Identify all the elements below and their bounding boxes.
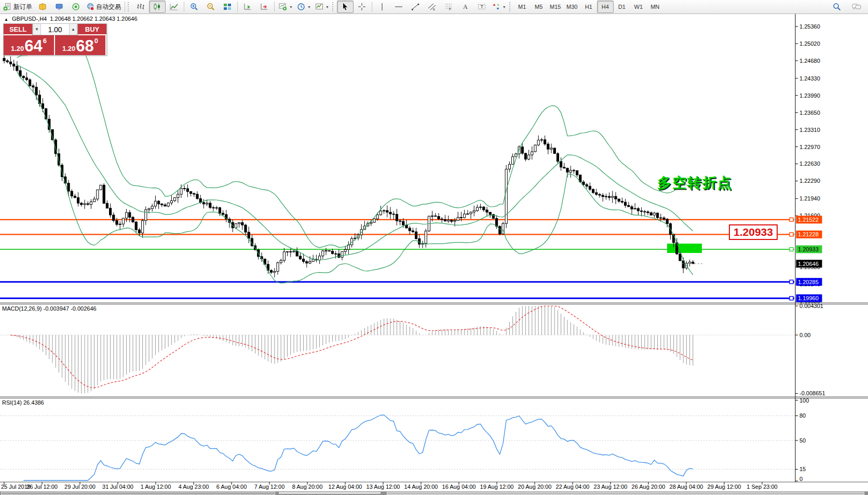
trendline-icon (411, 3, 419, 11)
new-order-button[interactable]: 新订单 (1, 1, 34, 13)
scrollbar-segment[interactable] (1, 492, 275, 495)
strategy-button[interactable] (67, 1, 84, 13)
timeframe-h1-button[interactable]: H1 (580, 1, 597, 13)
vline-icon (378, 3, 386, 11)
bollinger-band-line (17, 72, 693, 283)
button-label: 新订单 (13, 3, 32, 11)
candlestick-button[interactable] (149, 1, 166, 13)
time-tick-label: 14 Aug 20:00 (404, 484, 438, 490)
text-a-button[interactable]: A (457, 1, 473, 13)
sell-button[interactable]: SELL (4, 24, 32, 35)
search-button[interactable] (829, 1, 845, 13)
equichannel-button[interactable]: E (424, 1, 440, 13)
chart-canvas[interactable]: 1.253601.250201.246801.243301.239901.236… (0, 0, 868, 495)
buy-price-big: 68 (76, 37, 93, 55)
volume-stepper: ▼ ▲ (32, 24, 78, 35)
equichannel-icon: E (428, 3, 436, 11)
annotation-price-box[interactable]: 1.20933 (729, 224, 778, 240)
period-clock-button[interactable]: ▼ (295, 1, 313, 13)
scrollbar-segment[interactable] (387, 492, 864, 495)
price-tick-label: 1.25020 (799, 41, 820, 47)
timeframe-d1-button[interactable]: D1 (614, 1, 630, 13)
zoom-out-button[interactable] (202, 1, 219, 13)
volume-increase-button[interactable]: ▲ (69, 24, 77, 35)
svg-text:T: T (480, 4, 483, 9)
time-tick-label: 8 Aug 20:00 (292, 484, 323, 490)
ohlc-high: 1.20662 (72, 16, 93, 22)
timeframe-m15-button[interactable]: M15 (547, 1, 564, 13)
terminal-button[interactable] (51, 1, 67, 13)
buy-button[interactable]: BUY (78, 24, 106, 35)
svg-text:A: A (463, 3, 468, 10)
chat-button[interactable] (848, 1, 865, 13)
time-tick-label: 31 Jul 04:00 (102, 484, 133, 490)
macd-histogram (4, 306, 693, 394)
button-label: H1 (585, 4, 592, 10)
rsi-scale-label: 15 (799, 466, 806, 472)
auto-scroll-button[interactable] (239, 1, 256, 13)
rsi-scale-label: 50 (799, 437, 806, 444)
bar-chart-button[interactable] (132, 1, 149, 13)
timeframe-m5-button[interactable]: M5 (531, 1, 547, 13)
cursor-icon (341, 3, 349, 11)
timeframe-w1-button[interactable]: W1 (630, 1, 647, 13)
bar-chart-icon (137, 3, 145, 11)
horizontal-scrollbar[interactable] (0, 491, 868, 495)
collapse-one-click-icon[interactable]: ▲ (4, 17, 8, 22)
template-button[interactable]: ▼ (313, 1, 331, 13)
market-watch-button[interactable] (34, 1, 51, 13)
hline-price-label: 1.19960 (798, 295, 819, 301)
chart-shift-button[interactable] (256, 1, 273, 13)
hline-label-1.19960[interactable]: 1.19960 (790, 295, 822, 302)
price-tick-label: 1.22970 (799, 144, 820, 150)
zoom-in-button[interactable] (186, 1, 202, 13)
arrows-button[interactable]: ▼ (490, 1, 508, 13)
price-tick-label: 1.25360 (799, 23, 820, 30)
label-t-button[interactable]: T (473, 1, 490, 13)
timeframe-h4-button[interactable]: H4 (597, 1, 614, 13)
text-a-icon: A (461, 3, 469, 11)
sell-price-button[interactable]: 1.20 64 6 (4, 35, 54, 55)
hline-label-1.21228[interactable]: 1.21228 (790, 231, 822, 238)
ohlc-low: 1.20643 (94, 16, 115, 22)
rsi-scale-label: 0 (799, 476, 803, 482)
trendline-button[interactable] (407, 1, 424, 13)
chevron-down-icon: ▼ (289, 5, 293, 9)
tile-windows-button[interactable] (219, 1, 236, 13)
label-t-icon: T (478, 3, 486, 11)
timeframe-m1-button[interactable]: M1 (514, 1, 531, 13)
price-tick-label: 1.21940 (799, 195, 820, 202)
cursor-button[interactable] (337, 1, 354, 13)
volume-input[interactable] (41, 24, 69, 35)
fibo-button[interactable]: F (440, 1, 457, 13)
scrollbar-thumb[interactable] (279, 492, 381, 494)
vline-button[interactable] (374, 1, 390, 13)
mt4-window: 新订单自动交易▼▼▼EFAT▼M1M5M15M30H1H4D1W1MN 1.25… (0, 0, 868, 495)
new-chart-button[interactable]: ▼ (276, 1, 295, 13)
auto-trading-icon (86, 3, 94, 11)
macd-scale-max: 0.004301 (799, 303, 823, 309)
line-chart-button[interactable] (166, 1, 182, 13)
hline-button[interactable] (390, 1, 407, 13)
button-label: W1 (634, 4, 643, 10)
hline-label-1.20285[interactable]: 1.20285 (790, 278, 822, 286)
chart-shift-icon (260, 3, 268, 11)
toolbar-grip (509, 2, 512, 11)
ohlc-close: 1.20646 (117, 16, 138, 22)
price-tick-label: 1.23990 (799, 92, 820, 99)
volume-decrease-button[interactable]: ▼ (33, 24, 41, 35)
crosshair-button[interactable] (354, 1, 370, 13)
hline-label-1.21522[interactable]: 1.21522 (790, 216, 822, 223)
hline-label-1.20933[interactable]: 1.20933 (790, 245, 822, 253)
green-zone-rectangle[interactable] (667, 244, 702, 253)
time-tick-label: 22 Aug 04:00 (556, 484, 590, 490)
chat-icon (852, 3, 861, 11)
annotation-turning-point[interactable]: 多空转折点 (657, 173, 733, 192)
zoom-in-icon (190, 3, 198, 11)
timeframe-m30-button[interactable]: M30 (564, 1, 580, 13)
timeframe-mn-button[interactable]: MN (647, 1, 663, 13)
sell-price-big: 64 (24, 37, 42, 55)
symbol-label: GBPUSD-,H4 (12, 16, 47, 22)
auto-trading-button[interactable]: 自动交易 (84, 1, 123, 13)
buy-price-button[interactable]: 1.20 68 0 (55, 35, 105, 55)
